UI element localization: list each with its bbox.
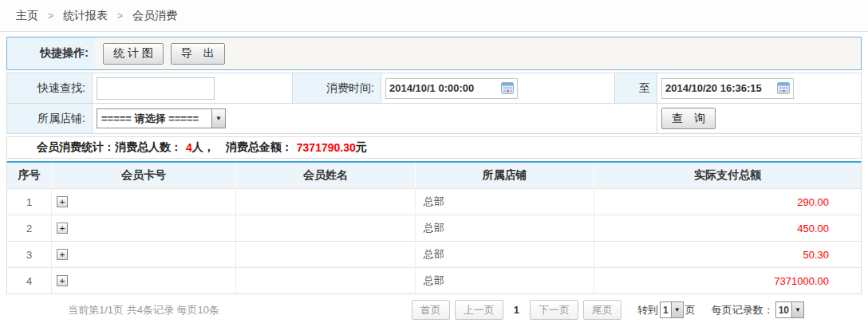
stats-count-suffix: 人，	[192, 140, 215, 155]
prev-page-button[interactable]: 上一页	[455, 300, 503, 320]
member-consumption-table: 序号 会员卡号 会员姓名 所属店铺 实际支付总额 1 + 总部 290.00 2…	[6, 161, 862, 294]
row-index: 4	[7, 268, 52, 294]
goto-page-select[interactable]: 1 ▼	[660, 301, 684, 318]
breadcrumb-reports[interactable]: 统计报表	[63, 9, 108, 23]
chevron-down-icon[interactable]: ▼	[791, 302, 803, 317]
amount-paid: 290.00	[594, 189, 861, 215]
breadcrumb-home[interactable]: 主页	[16, 9, 38, 23]
stats-amount-label: 消费总金额：	[226, 140, 293, 155]
current-page-number: 1	[514, 304, 519, 316]
member-name	[236, 242, 416, 267]
pagination-bar: 当前第1/1页 共4条记录 每页10条 首页 上一页 1 下一页 尾页 转到 1…	[6, 294, 862, 325]
quick-operations-label: 快捷操作:	[7, 37, 95, 69]
store-name: 总部	[416, 215, 594, 241]
member-name	[236, 268, 416, 294]
next-page-button[interactable]: 下一页	[530, 300, 578, 320]
amount-paid: 7371000.00	[594, 268, 861, 294]
amount-paid: 50.30	[594, 242, 861, 267]
table-row: 1 + 总部 290.00	[7, 188, 861, 215]
table-row: 3 + 总部 50.30	[7, 241, 861, 267]
table-row: 4 + 总部 7371000.00	[7, 267, 861, 294]
header-store: 所属店铺	[416, 163, 594, 188]
stats-count-value: 4	[186, 141, 192, 154]
row-index: 3	[7, 242, 52, 267]
page-size-value: 10	[776, 305, 791, 316]
consumption-stats-bar: 会员消费统计： 消费总人数： 4 人， 消费总金额： 7371790.30 元	[6, 136, 862, 159]
goto-label: 转到	[637, 303, 658, 317]
store-label: 所属店铺:	[7, 104, 93, 134]
table-header-row: 序号 会员卡号 会员姓名 所属店铺 实际支付总额	[7, 163, 861, 188]
page-size-label: 每页记录数：	[712, 303, 774, 317]
statistics-chart-button[interactable]: 统 计 图	[103, 43, 164, 65]
stats-amount-value: 7371790.30	[297, 141, 356, 154]
quick-operations-bar: 快捷操作: 统 计 图 导 出	[6, 37, 862, 70]
goto-page-value: 1	[661, 305, 671, 316]
page-size-select[interactable]: 10 ▼	[775, 301, 804, 318]
breadcrumb-separator: >	[48, 10, 53, 22]
store-select[interactable]: ===== 请选择 ===== ▼	[97, 108, 226, 128]
expand-row-icon[interactable]: +	[57, 275, 68, 286]
store-name: 总部	[416, 242, 594, 267]
chevron-down-icon[interactable]: ▼	[211, 109, 225, 128]
calendar-icon[interactable]	[501, 82, 514, 94]
amount-paid: 450.00	[594, 215, 861, 241]
to-label: 至	[615, 73, 657, 104]
stats-amount-suffix: 元	[356, 140, 367, 155]
page-summary: 当前第1/1页 共4条记录 每页10条	[68, 303, 219, 317]
store-select-value: ===== 请选择 =====	[97, 112, 211, 126]
calendar-icon[interactable]	[777, 82, 790, 94]
header-card-number: 会员卡号	[52, 163, 236, 188]
export-button[interactable]: 导 出	[171, 43, 225, 65]
breadcrumb: 主页 > 统计报表 > 会员消费	[0, 0, 868, 32]
row-index: 1	[7, 189, 52, 215]
date-to-value: 2014/10/20 16:36:15	[665, 82, 777, 94]
search-form: 快速查找: 消费时间: 2014/10/1 0:00:00 至	[6, 73, 862, 134]
date-from-input[interactable]: 2014/10/1 0:00:00	[385, 78, 518, 99]
quick-find-label: 快速查找:	[7, 73, 93, 104]
consume-time-label: 消费时间:	[293, 73, 381, 104]
row-index: 2	[7, 215, 52, 241]
stats-title: 会员消费统计：	[37, 140, 115, 155]
expand-row-icon[interactable]: +	[57, 249, 68, 260]
header-amount-paid: 实际支付总额	[594, 163, 861, 188]
stats-count-label: 消费总人数：	[115, 140, 182, 155]
member-name	[236, 189, 416, 215]
last-page-button[interactable]: 尾页	[583, 300, 621, 320]
header-index: 序号	[7, 163, 52, 188]
chevron-down-icon[interactable]: ▼	[671, 302, 683, 317]
breadcrumb-member-consumption[interactable]: 会员消费	[132, 9, 177, 23]
expand-row-icon[interactable]: +	[57, 223, 68, 234]
date-from-value: 2014/10/1 0:00:00	[389, 82, 501, 94]
expand-row-icon[interactable]: +	[57, 196, 68, 207]
date-to-input[interactable]: 2014/10/20 16:36:15	[661, 78, 794, 99]
store-name: 总部	[416, 268, 594, 294]
first-page-button[interactable]: 首页	[412, 300, 450, 320]
table-row: 2 + 总部 450.00	[7, 215, 861, 241]
goto-suffix: 页	[685, 303, 696, 317]
header-member-name: 会员姓名	[236, 163, 416, 188]
breadcrumb-separator: >	[117, 10, 123, 22]
query-button[interactable]: 查 询	[661, 108, 716, 129]
quick-find-input[interactable]	[97, 77, 215, 100]
member-name	[236, 215, 416, 241]
store-name: 总部	[416, 189, 594, 215]
